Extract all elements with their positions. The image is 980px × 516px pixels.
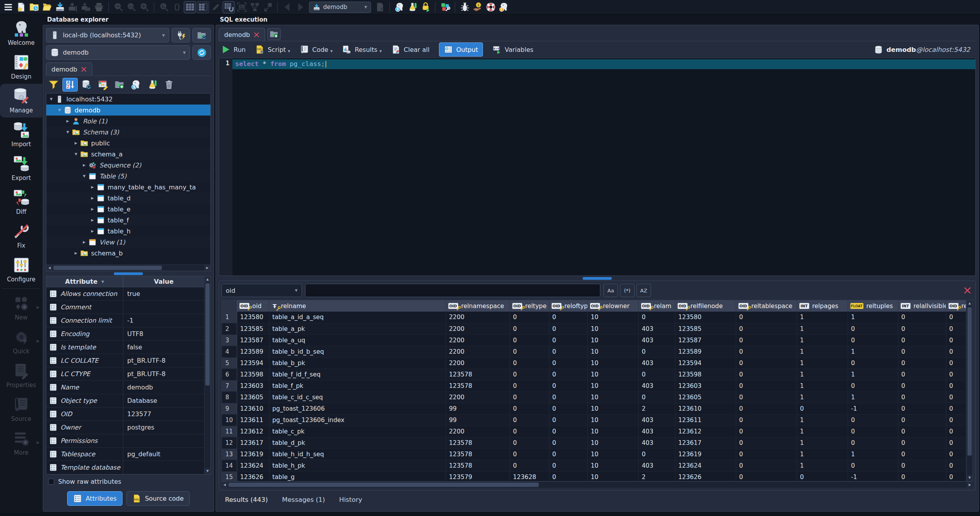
cell[interactable]: 1 (848, 391, 898, 403)
column-header-relname[interactable]: Ŧrelname (269, 300, 446, 312)
collapse-icon[interactable]: ▼ (73, 152, 79, 156)
cell[interactable]: table_c_id_c_seq (269, 391, 446, 403)
cell[interactable]: 0 (549, 437, 587, 448)
cell[interactable]: 0 (736, 460, 797, 471)
cell[interactable]: 123578 (446, 369, 510, 380)
regex-button[interactable]: (*) (620, 284, 634, 297)
attribute-row[interactable]: Namedemodb (46, 381, 204, 394)
cell[interactable]: 0 (510, 414, 549, 426)
cell[interactable]: 0 (898, 426, 946, 437)
sidebar-item-export[interactable]: Export (0, 151, 42, 185)
cell[interactable]: table_g (269, 471, 446, 481)
attribute-row[interactable]: Tablespacepg_default (46, 448, 204, 461)
connection-selector[interactable]: local-db (localhost:5432) ▼ (46, 28, 169, 42)
cell[interactable]: 0 (736, 334, 797, 346)
cell[interactable]: 2200 (446, 426, 510, 437)
collapse-icon[interactable]: ▼ (48, 97, 55, 101)
cell[interactable]: 0 (848, 437, 898, 448)
collapse-icon[interactable]: ▼ (64, 130, 71, 134)
results-button[interactable]: Results▼ (342, 45, 382, 54)
table-row[interactable]: 6123598table_f_id_f_seq12357800100123598… (222, 369, 966, 380)
cell[interactable]: 0 (736, 426, 797, 437)
tree-item-many-table-e-has-many-ta[interactable]: ▶many_table_e_has_many_ta (46, 182, 210, 193)
cell[interactable]: 403 (638, 323, 675, 334)
cell[interactable]: 0 (549, 391, 587, 403)
cell[interactable]: 0 (898, 460, 946, 471)
table-row[interactable]: 4123589table_b_id_b_seq22000010012358901… (222, 346, 966, 357)
scroll-right-icon[interactable]: ▶ (967, 483, 973, 487)
cell[interactable]: 10 (587, 414, 638, 426)
expand-icon[interactable]: ▶ (89, 185, 96, 189)
cell[interactable]: 0 (946, 334, 966, 346)
expand-icon[interactable]: ▶ (64, 119, 71, 123)
cell[interactable]: 1 (848, 448, 898, 460)
database-selector[interactable]: demodb ▼ (46, 45, 190, 60)
close-icon[interactable] (254, 32, 260, 38)
table-row[interactable]: 3123587table_a_uq2200001040312358701000 (222, 334, 966, 346)
expand-icon[interactable]: ▶ (81, 163, 88, 167)
cell[interactable]: 123603 (675, 380, 736, 391)
cell[interactable]: 0 (898, 471, 946, 481)
cell[interactable]: 1 (797, 460, 848, 471)
cell[interactable]: 123589 (237, 346, 269, 357)
cell[interactable]: 123578 (446, 448, 510, 460)
cell[interactable]: 10 (587, 426, 638, 437)
cell[interactable]: 1 (797, 369, 848, 380)
results-tab-messages[interactable]: Messages (1) (282, 496, 325, 503)
splitter-handle[interactable] (114, 272, 143, 275)
expand-icon[interactable]: ▶ (89, 196, 96, 200)
cell[interactable]: 0 (946, 414, 966, 426)
grid-magnet-button[interactable] (223, 1, 235, 13)
table-row[interactable]: 2123585table_a_pk2200001040312358501000 (222, 323, 966, 334)
sidebar-item-more[interactable]: More▶ (0, 426, 42, 460)
table-row[interactable]: 14123624table_h_pk1235780010403123624010… (222, 460, 966, 471)
cell[interactable]: 403 (638, 357, 675, 369)
cell[interactable]: 10 (587, 448, 638, 460)
attribute-row[interactable]: Allows connectiontrue (46, 287, 204, 301)
cell[interactable]: 1 (848, 346, 898, 357)
cell[interactable]: 0 (797, 403, 848, 414)
attribute-row[interactable]: Ownerpostgres (46, 421, 204, 434)
column-header-relowner[interactable]: OIDrelowner (587, 300, 638, 312)
cell[interactable]: 1 (797, 437, 848, 448)
cell[interactable]: 2200 (446, 323, 510, 334)
cell[interactable]: 0 (549, 403, 587, 414)
cell[interactable]: 0 (736, 391, 797, 403)
cell[interactable]: 99 (446, 414, 510, 426)
attribute-row[interactable]: EncodingUTF8 (46, 327, 204, 341)
cell[interactable]: 0 (638, 346, 675, 357)
sidebar-item-design[interactable]: Design (0, 50, 42, 84)
edit-table-data-button[interactable] (95, 78, 111, 92)
cell[interactable]: 123605 (675, 391, 736, 403)
attributes-vertical-scrollbar[interactable]: ▲ ▼ (204, 276, 210, 474)
tree-item-role-1[interactable]: ▶Role (1) (46, 116, 210, 127)
plugins-button[interactable] (439, 1, 451, 13)
clear-all-button[interactable]: Clear all (391, 45, 430, 54)
cell[interactable]: 123610 (237, 403, 269, 414)
cell[interactable]: 10 (587, 403, 638, 414)
cell[interactable]: 10 (587, 437, 638, 448)
cell[interactable]: table_a_id_a_seq (269, 312, 446, 323)
cell[interactable]: 403 (638, 437, 675, 448)
cell[interactable]: 1 (797, 357, 848, 369)
cell[interactable]: 10 (587, 323, 638, 334)
cell[interactable]: 10 (587, 380, 638, 391)
cell[interactable]: 0 (946, 448, 966, 460)
cell[interactable]: 0 (898, 323, 946, 334)
sql-editor[interactable]: 1 select * from pg_class; (219, 58, 976, 276)
cell[interactable]: 0 (848, 323, 898, 334)
results-tab-results[interactable]: Results (443) (225, 496, 268, 503)
table-row[interactable]: 1123580table_a_id_a_seq22000010012358001… (222, 312, 966, 323)
cell[interactable]: 0 (736, 437, 797, 448)
cell[interactable]: 0 (946, 312, 966, 323)
cell[interactable]: 0 (898, 312, 946, 323)
cell[interactable]: 0 (510, 403, 549, 414)
cell[interactable]: 0 (898, 380, 946, 391)
script-button[interactable]: SQLScript▼ (255, 45, 291, 54)
cell[interactable]: 123617 (237, 437, 269, 448)
scroll-down-icon[interactable]: ▼ (206, 468, 208, 474)
cell[interactable]: 0 (638, 391, 675, 403)
column-header-relallvisible[interactable]: INTrelallvisible (898, 300, 946, 312)
tree-item-table-d[interactable]: ▶table_d (46, 193, 210, 204)
cell[interactable]: 123619 (237, 448, 269, 460)
